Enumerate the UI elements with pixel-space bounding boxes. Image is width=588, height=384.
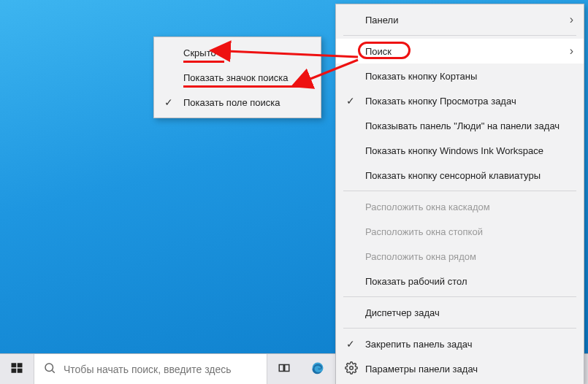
menu-item-cascade[interactable]: Расположить окна каскадом	[336, 194, 584, 219]
menu-item-ink[interactable]: Показать кнопку Windows Ink Workspace	[336, 138, 584, 163]
menu-label: Показать кнопку Кортаны	[365, 71, 477, 82]
menu-label: Расположить окна рядом	[365, 251, 476, 262]
menu-label: Параметры панели задач	[365, 364, 478, 375]
menu-label: Поиск	[365, 46, 392, 57]
menu-separator	[343, 191, 576, 191]
edge-browser-button[interactable]	[301, 354, 335, 384]
submenu-item-show-icon[interactable]: Показать значок поиска	[154, 65, 321, 90]
menu-label: Показать рабочий стол	[365, 276, 467, 287]
check-icon: ✓	[346, 95, 355, 107]
svg-rect-5	[12, 369, 17, 373]
svg-rect-6	[18, 369, 23, 373]
menu-item-stack[interactable]: Расположить окна стопкой	[336, 219, 584, 244]
menu-label: Расположить окна каскадом	[365, 201, 490, 212]
start-button[interactable]	[0, 354, 34, 384]
svg-line-8	[52, 370, 54, 372]
annotation-underline	[183, 61, 224, 63]
windows-logo-icon	[10, 361, 23, 377]
task-view-button[interactable]	[267, 354, 301, 384]
menu-separator	[343, 35, 576, 36]
menu-item-touch-keyboard[interactable]: Показать кнопку сенсорной клавиатуры	[336, 163, 584, 188]
gear-icon	[345, 361, 358, 377]
svg-rect-4	[18, 363, 23, 367]
svg-point-0	[350, 366, 354, 369]
menu-separator	[343, 296, 576, 297]
search-icon	[43, 361, 56, 377]
menu-item-people[interactable]: Показывать панель "Люди" на панели задач	[336, 113, 584, 138]
search-submenu: Скрыто Показать значок поиска ✓ Показать…	[153, 37, 321, 118]
menu-item-search[interactable]: Поиск	[336, 39, 584, 64]
menu-label: Закрепить панель задач	[365, 339, 473, 350]
submenu-item-hidden[interactable]: Скрыто	[154, 40, 321, 65]
menu-label: Показать кнопку Windows Ink Workspace	[365, 145, 543, 156]
task-view-icon	[278, 361, 291, 377]
submenu-item-show-box[interactable]: ✓ Показать поле поиска	[154, 90, 321, 115]
annotation-underline	[183, 85, 300, 88]
taskbar-search-box[interactable]	[34, 354, 267, 384]
svg-rect-3	[12, 363, 17, 367]
menu-label: Показать кнопку Просмотра задач	[365, 96, 516, 107]
menu-item-show-desktop[interactable]: Показать рабочий стол	[336, 269, 584, 293]
submenu-label: Показать поле поиска	[183, 97, 280, 108]
submenu-label: Показать значок поиска	[183, 72, 289, 83]
taskbar-context-menu: Панели Поиск Показать кнопку Кортаны ✓ П…	[335, 4, 584, 384]
menu-item-taskview[interactable]: ✓ Показать кнопку Просмотра задач	[336, 88, 584, 113]
menu-item-side-by-side[interactable]: Расположить окна рядом	[336, 244, 584, 269]
svg-rect-10	[285, 365, 289, 372]
menu-label: Панели	[365, 15, 398, 26]
menu-item-task-manager[interactable]: Диспетчер задач	[336, 300, 584, 325]
svg-rect-9	[279, 365, 283, 372]
menu-label: Диспетчер задач	[365, 307, 440, 318]
menu-separator	[343, 328, 576, 329]
edge-icon	[311, 361, 324, 377]
menu-label: Показывать панель "Люди" на панели задач	[365, 120, 560, 131]
menu-label: Показать кнопку сенсорной клавиатуры	[365, 170, 541, 181]
search-input[interactable]	[64, 364, 258, 375]
check-icon: ✓	[164, 96, 173, 108]
submenu-label: Скрыто	[183, 47, 216, 58]
menu-item-cortana[interactable]: Показать кнопку Кортаны	[336, 64, 584, 88]
check-icon: ✓	[346, 338, 355, 350]
svg-point-7	[45, 364, 53, 372]
menu-item-panels[interactable]: Панели	[336, 7, 584, 32]
menu-item-taskbar-settings[interactable]: Параметры панели задач	[336, 356, 584, 381]
menu-item-lock-taskbar[interactable]: ✓ Закрепить панель задач	[336, 331, 584, 356]
menu-label: Расположить окна стопкой	[365, 226, 483, 237]
